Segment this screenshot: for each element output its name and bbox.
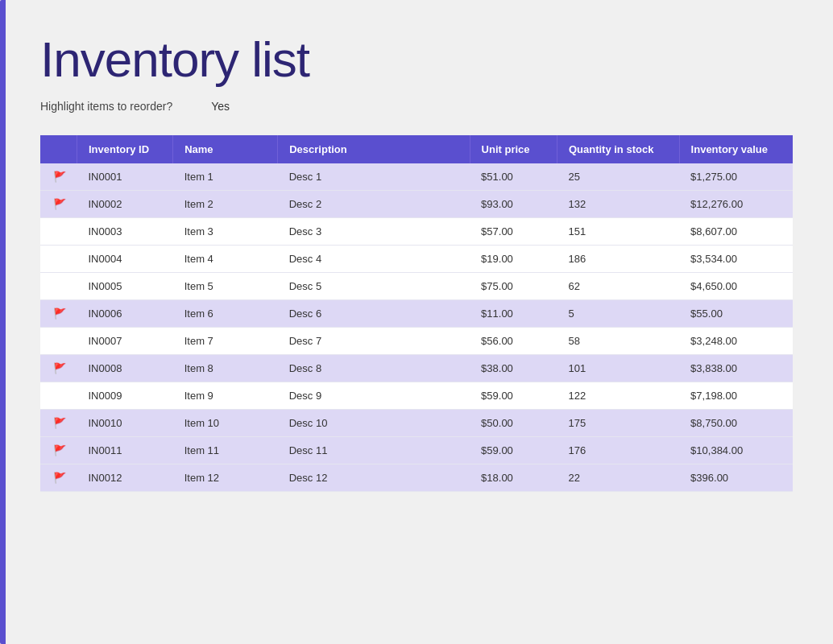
cell-inventory_value: $3,838.00 xyxy=(679,355,793,382)
cell-id: IN0003 xyxy=(77,218,173,246)
table-row: IN0007Item 7Desc 7$56.0058$3,248.00 xyxy=(40,328,793,355)
cell-inventory_value: $1,275.00 xyxy=(679,163,793,191)
cell-inventory_value: $3,248.00 xyxy=(679,328,793,355)
col-header-inventory-value: Inventory value xyxy=(679,135,793,163)
table-row: IN0008Item 8Desc 8$38.00101$3,838.00 xyxy=(40,355,793,382)
cell-unit_price: $19.00 xyxy=(470,246,557,273)
table-row: IN0006Item 6Desc 6$11.005$55.00 xyxy=(40,300,793,328)
cell-description: Desc 4 xyxy=(278,246,470,273)
cell-quantity: 101 xyxy=(557,355,679,382)
col-header-id: Inventory ID xyxy=(77,135,173,163)
table-row: IN0004Item 4Desc 4$19.00186$3,534.00 xyxy=(40,246,793,273)
cell-unit_price: $50.00 xyxy=(470,410,557,437)
cell-id: IN0002 xyxy=(77,191,173,218)
cell-id: IN0011 xyxy=(77,437,173,464)
cell-id: IN0009 xyxy=(77,382,173,410)
cell-name: Item 10 xyxy=(173,410,278,437)
cell-inventory_value: $396.00 xyxy=(679,464,793,492)
table-row: IN0009Item 9Desc 9$59.00122$7,198.00 xyxy=(40,382,793,410)
table-row: IN0012Item 12Desc 12$18.0022$396.00 xyxy=(40,464,793,492)
cell-inventory_value: $8,750.00 xyxy=(679,410,793,437)
cell-quantity: 22 xyxy=(557,464,679,492)
cell-inventory_value: $10,384.00 xyxy=(679,437,793,464)
highlight-label: Highlight items to reorder? xyxy=(40,100,172,113)
cell-description: Desc 12 xyxy=(278,464,470,492)
flag-cell xyxy=(40,163,77,191)
cell-description: Desc 3 xyxy=(278,218,470,246)
cell-quantity: 62 xyxy=(557,273,679,300)
cell-inventory_value: $7,198.00 xyxy=(679,382,793,410)
col-header-flag xyxy=(40,135,77,163)
cell-quantity: 122 xyxy=(557,382,679,410)
cell-inventory_value: $4,650.00 xyxy=(679,273,793,300)
flag-icon xyxy=(53,171,64,182)
flag-icon xyxy=(53,417,64,428)
subtitle-row: Highlight items to reorder? Yes xyxy=(40,100,793,113)
cell-name: Item 6 xyxy=(173,300,278,328)
flag-cell xyxy=(40,218,77,246)
cell-id: IN0005 xyxy=(77,273,173,300)
cell-name: Item 1 xyxy=(173,163,278,191)
cell-description: Desc 2 xyxy=(278,191,470,218)
table-header: Inventory ID Name Description Unit price… xyxy=(40,135,793,163)
col-header-description: Description xyxy=(278,135,470,163)
cell-id: IN0008 xyxy=(77,355,173,382)
flag-icon xyxy=(53,198,64,209)
cell-quantity: 58 xyxy=(557,328,679,355)
cell-description: Desc 6 xyxy=(278,300,470,328)
highlight-value: Yes xyxy=(211,100,230,113)
cell-inventory_value: $3,534.00 xyxy=(679,246,793,273)
cell-description: Desc 9 xyxy=(278,382,470,410)
cell-description: Desc 11 xyxy=(278,437,470,464)
table-row: IN0002Item 2Desc 2$93.00132$12,276.00 xyxy=(40,191,793,218)
cell-quantity: 5 xyxy=(557,300,679,328)
col-header-unit-price: Unit price xyxy=(470,135,557,163)
cell-id: IN0006 xyxy=(77,300,173,328)
cell-name: Item 11 xyxy=(173,437,278,464)
cell-description: Desc 10 xyxy=(278,410,470,437)
cell-name: Item 9 xyxy=(173,382,278,410)
table-row: IN0010Item 10Desc 10$50.00175$8,750.00 xyxy=(40,410,793,437)
cell-name: Item 5 xyxy=(173,273,278,300)
inventory-table: Inventory ID Name Description Unit price… xyxy=(40,135,793,492)
flag-cell xyxy=(40,273,77,300)
cell-quantity: 176 xyxy=(557,437,679,464)
cell-unit_price: $59.00 xyxy=(470,437,557,464)
flag-cell xyxy=(40,355,77,382)
cell-unit_price: $18.00 xyxy=(470,464,557,492)
flag-cell xyxy=(40,300,77,328)
cell-name: Item 12 xyxy=(173,464,278,492)
flag-icon xyxy=(53,444,64,456)
cell-unit_price: $93.00 xyxy=(470,191,557,218)
cell-unit_price: $38.00 xyxy=(470,355,557,382)
flag-cell xyxy=(40,191,77,218)
cell-name: Item 7 xyxy=(173,328,278,355)
cell-description: Desc 7 xyxy=(278,328,470,355)
cell-inventory_value: $55.00 xyxy=(679,300,793,328)
cell-name: Item 4 xyxy=(173,246,278,273)
cell-id: IN0007 xyxy=(77,328,173,355)
cell-name: Item 8 xyxy=(173,355,278,382)
cell-unit_price: $51.00 xyxy=(470,163,557,191)
page-title: Inventory list xyxy=(40,32,793,87)
cell-description: Desc 5 xyxy=(278,273,470,300)
flag-icon xyxy=(53,308,64,319)
cell-unit_price: $57.00 xyxy=(470,218,557,246)
cell-unit_price: $11.00 xyxy=(470,300,557,328)
cell-unit_price: $56.00 xyxy=(470,328,557,355)
table-row: IN0011Item 11Desc 11$59.00176$10,384.00 xyxy=(40,437,793,464)
flag-cell xyxy=(40,246,77,273)
cell-quantity: 151 xyxy=(557,218,679,246)
table-body: IN0001Item 1Desc 1$51.0025$1,275.00IN000… xyxy=(40,163,793,492)
table-row: IN0003Item 3Desc 3$57.00151$8,607.00 xyxy=(40,218,793,246)
cell-unit_price: $59.00 xyxy=(470,382,557,410)
flag-cell xyxy=(40,328,77,355)
cell-quantity: 132 xyxy=(557,191,679,218)
cell-id: IN0001 xyxy=(77,163,173,191)
cell-quantity: 25 xyxy=(557,163,679,191)
cell-id: IN0010 xyxy=(77,410,173,437)
cell-unit_price: $75.00 xyxy=(470,273,557,300)
cell-quantity: 186 xyxy=(557,246,679,273)
flag-cell xyxy=(40,464,77,492)
flag-cell xyxy=(40,410,77,437)
